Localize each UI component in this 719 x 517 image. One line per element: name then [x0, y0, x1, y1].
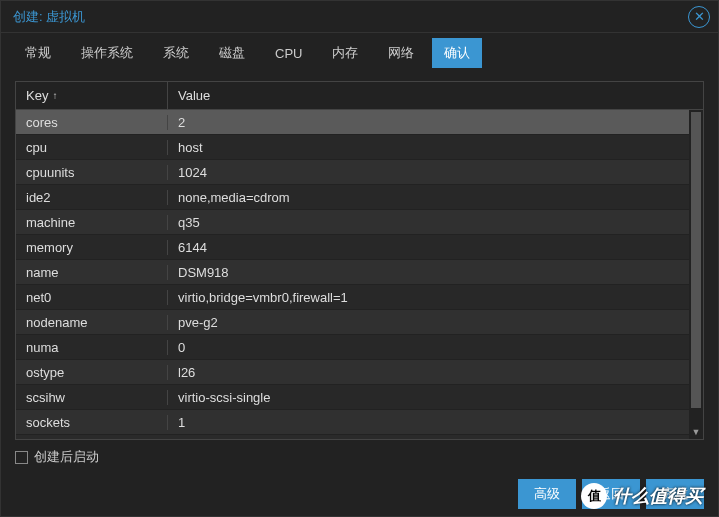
cell-key: sockets — [16, 415, 168, 430]
tab-cpu[interactable]: CPU — [263, 40, 314, 67]
cell-value: 2 — [168, 115, 703, 130]
cell-value: 0 — [168, 340, 703, 355]
table-row[interactable]: net0virtio,bridge=vmbr0,firewall=1 — [16, 285, 703, 310]
cell-value: none,media=cdrom — [168, 190, 703, 205]
table-row[interactable]: ostypel26 — [16, 360, 703, 385]
footer-buttons: 高级 返回 完成 — [1, 472, 718, 516]
cell-key: cpuunits — [16, 165, 168, 180]
start-after-create-checkbox[interactable] — [15, 451, 28, 464]
table-row[interactable]: scsihwvirtio-scsi-single — [16, 385, 703, 410]
close-icon: ✕ — [694, 9, 705, 24]
close-button[interactable]: ✕ — [688, 6, 710, 28]
cell-key: net0 — [16, 290, 168, 305]
dialog-title: 创建: 虚拟机 — [13, 8, 688, 26]
column-label-key: Key — [26, 88, 48, 103]
table-row[interactable]: ide2none,media=cdrom — [16, 185, 703, 210]
cell-key: numa — [16, 340, 168, 355]
tab-system[interactable]: 系统 — [151, 38, 201, 68]
sort-asc-icon: ↑ — [52, 90, 57, 101]
cell-value: virtio-scsi-single — [168, 390, 703, 405]
cell-value: l26 — [168, 365, 703, 380]
cell-value: virtio,bridge=vmbr0,firewall=1 — [168, 290, 703, 305]
table-row[interactable]: nodenamepve-g2 — [16, 310, 703, 335]
grid-body: cores2cpuhostcpuunits1024ide2none,media=… — [16, 110, 703, 439]
table-row[interactable]: sockets1 — [16, 410, 703, 435]
table-row[interactable]: nameDSM918 — [16, 260, 703, 285]
tab-memory[interactable]: 内存 — [320, 38, 370, 68]
cell-key: cores — [16, 115, 168, 130]
cell-key: ostype — [16, 365, 168, 380]
cell-value: 6144 — [168, 240, 703, 255]
grid-wrap: Key ↑ Value cores2cpuhostcpuunits1024ide… — [1, 73, 718, 440]
table-row[interactable]: cores2 — [16, 110, 703, 135]
cell-key: scsihw — [16, 390, 168, 405]
create-vm-dialog: 创建: 虚拟机 ✕ 常规 操作系统 系统 磁盘 CPU 内存 网络 确认 Key… — [0, 0, 719, 517]
scroll-down-icon[interactable]: ▼ — [689, 425, 703, 439]
cell-value: host — [168, 140, 703, 155]
column-header-value[interactable]: Value — [168, 82, 703, 109]
scrollbar-thumb[interactable] — [691, 112, 701, 408]
table-row[interactable]: cpuunits1024 — [16, 160, 703, 185]
finish-button[interactable]: 完成 — [646, 479, 704, 509]
scrollbar[interactable]: ▲ ▼ — [689, 110, 703, 439]
config-grid: Key ↑ Value cores2cpuhostcpuunits1024ide… — [15, 81, 704, 440]
table-row[interactable]: numa0 — [16, 335, 703, 360]
cell-value: pve-g2 — [168, 315, 703, 330]
advanced-button[interactable]: 高级 — [518, 479, 576, 509]
cell-value: q35 — [168, 215, 703, 230]
cell-value: 1024 — [168, 165, 703, 180]
cell-key: cpu — [16, 140, 168, 155]
cell-key: nodename — [16, 315, 168, 330]
start-after-create-label: 创建后启动 — [34, 448, 99, 466]
tab-os[interactable]: 操作系统 — [69, 38, 145, 68]
cell-key: ide2 — [16, 190, 168, 205]
table-row[interactable]: cpuhost — [16, 135, 703, 160]
table-row[interactable]: memory6144 — [16, 235, 703, 260]
tab-network[interactable]: 网络 — [376, 38, 426, 68]
table-row[interactable]: machineq35 — [16, 210, 703, 235]
cell-key: name — [16, 265, 168, 280]
tab-disks[interactable]: 磁盘 — [207, 38, 257, 68]
tab-confirm[interactable]: 确认 — [432, 38, 482, 68]
footer-check-row: 创建后启动 — [1, 440, 718, 472]
cell-key: memory — [16, 240, 168, 255]
cell-key: machine — [16, 215, 168, 230]
cell-value: 1 — [168, 415, 703, 430]
cell-value: DSM918 — [168, 265, 703, 280]
column-header-key[interactable]: Key ↑ — [16, 82, 168, 109]
grid-header: Key ↑ Value — [16, 82, 703, 110]
column-label-value: Value — [178, 88, 210, 103]
back-button[interactable]: 返回 — [582, 479, 640, 509]
titlebar: 创建: 虚拟机 ✕ — [1, 1, 718, 33]
tab-bar: 常规 操作系统 系统 磁盘 CPU 内存 网络 确认 — [1, 33, 718, 73]
tab-general[interactable]: 常规 — [13, 38, 63, 68]
